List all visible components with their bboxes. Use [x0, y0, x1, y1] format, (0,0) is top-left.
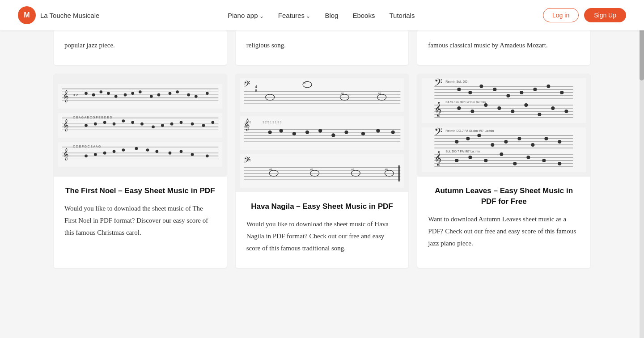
svg-point-126	[507, 94, 510, 97]
card-desc: Want to download Autumn Leaves sheet mus…	[428, 213, 580, 249]
nav-tutorials[interactable]: Tutorials	[389, 12, 415, 19]
svg-point-177	[558, 162, 562, 165]
svg-point-138	[458, 106, 461, 110]
sheet-svg-1c: 𝄞 C D E F G C B A A G	[58, 142, 222, 167]
svg-point-20	[187, 93, 190, 96]
svg-point-156	[478, 134, 481, 137]
sheet-svg-2b: ♩= 65 3 2 5 1 3 1 3 3 𝄞 mp	[240, 116, 404, 150]
svg-text:3: 3	[73, 93, 75, 97]
svg-point-13	[124, 93, 127, 96]
list-item[interactable]: religious song.	[236, 30, 409, 65]
svg-point-52	[94, 153, 97, 156]
svg-point-30	[85, 124, 88, 127]
svg-point-57	[146, 148, 149, 152]
svg-point-143	[525, 103, 528, 107]
svg-point-51	[85, 154, 88, 157]
svg-point-130	[560, 91, 564, 94]
svg-point-95	[361, 132, 364, 135]
svg-text:𝄢: 𝄢	[244, 155, 250, 166]
svg-point-129	[547, 84, 551, 88]
svg-point-31	[94, 122, 97, 125]
svg-point-176	[542, 159, 546, 162]
svg-point-96	[376, 129, 380, 132]
svg-point-175	[527, 156, 530, 159]
svg-text:𝄢: 𝄢	[244, 79, 250, 90]
svg-text:𝄞: 𝄞	[63, 90, 69, 102]
svg-point-158	[504, 140, 508, 144]
svg-point-89	[279, 129, 283, 132]
svg-point-19	[176, 90, 179, 93]
svg-text:3 2  5  1 3  1 3  3: 3 2 5 1 3 1 3 3	[263, 121, 282, 124]
svg-point-144	[538, 113, 542, 116]
card-desc: Would you like to download the sheet mus…	[246, 218, 398, 254]
nav-piano-app[interactable]: Piano app	[228, 12, 264, 19]
svg-point-145	[551, 106, 555, 110]
svg-point-125	[493, 88, 497, 91]
nav-features[interactable]: Features	[278, 12, 311, 19]
card-body: Autumn Leaves – Easy Sheet Music in PDF …	[417, 177, 590, 263]
svg-point-92	[318, 129, 322, 132]
svg-text:FA   Si.dim   Mi7   La:min  Re: FA Si.dim Mi7 La:min Re:min	[446, 101, 486, 104]
svg-text:#8: #8	[385, 168, 387, 171]
svg-text:#8: #8	[378, 92, 381, 95]
svg-point-128	[534, 88, 537, 91]
list-item[interactable]: popular jazz piece.	[54, 30, 227, 65]
svg-point-43	[211, 121, 214, 124]
svg-point-58	[155, 150, 158, 153]
card-desc: famous classical music by Amadeus Mozart…	[428, 39, 580, 51]
svg-text:bo: bo	[303, 81, 305, 84]
logo-text: La Touche Musicale	[40, 12, 99, 19]
scrollbar[interactable]	[640, 0, 644, 295]
svg-point-59	[169, 151, 172, 154]
svg-point-90	[292, 132, 296, 135]
svg-point-159	[518, 137, 521, 140]
scrollbar-thumb[interactable]	[640, 27, 644, 80]
navbar: M La Touche Musicale Piano app Features …	[0, 0, 644, 30]
svg-text:8: 8	[255, 89, 257, 93]
svg-point-139	[471, 110, 475, 113]
svg-text:mp: mp	[244, 125, 248, 129]
logo-icon: M	[18, 6, 36, 24]
svg-point-97	[391, 131, 394, 134]
svg-point-162	[558, 140, 562, 144]
card-title: Hava Nagila – Easy Sheet Music in PDF	[246, 201, 398, 212]
svg-text:C D E F G  C B A  A G: C D E F G C B A A G	[73, 145, 101, 148]
list-item[interactable]: p 𝄢 4 8 bo #8 #8	[236, 74, 409, 268]
svg-point-53	[103, 151, 106, 154]
svg-text:#8: #8	[351, 168, 354, 171]
card-body: Hava Nagila – Easy Sheet Music in PDF Wo…	[236, 192, 409, 268]
svg-point-18	[169, 92, 172, 95]
svg-point-88	[268, 131, 271, 134]
svg-point-94	[344, 131, 348, 134]
list-item[interactable]: 𝄞 3 2	[54, 74, 227, 268]
nav-actions: Log in Sign Up	[543, 8, 626, 22]
login-button[interactable]: Log in	[543, 8, 579, 22]
svg-point-34	[122, 119, 125, 123]
card-desc: Would you like to download the sheet mus…	[64, 203, 216, 239]
svg-point-55	[122, 148, 125, 152]
svg-point-123	[469, 91, 472, 94]
svg-point-154	[455, 140, 459, 144]
svg-text:𝄞: 𝄞	[435, 151, 442, 166]
svg-point-173	[500, 152, 504, 156]
top-partial-row: popular jazz piece. religious song. famo…	[54, 30, 590, 65]
svg-point-11	[107, 92, 110, 95]
svg-point-170	[455, 159, 459, 162]
nav-ebooks[interactable]: Ebooks	[352, 12, 375, 19]
svg-text:Re:min   Sol.   DO: Re:min Sol. DO	[446, 80, 468, 83]
svg-text:Sol.   DO.7   FA   Mi7   La:mi: Sol. DO.7 FA Mi7 La:min	[446, 150, 480, 153]
list-item[interactable]: famous classical music by Amadeus Mozart…	[417, 30, 590, 65]
nav-blog[interactable]: Blog	[325, 12, 338, 19]
svg-point-60	[180, 150, 183, 153]
card-title: The First Noel – Easy Sheet Music in PDF	[64, 186, 216, 196]
svg-point-61	[191, 153, 194, 156]
signup-button[interactable]: Sign Up	[584, 8, 626, 22]
list-item[interactable]: 𝄢 Re:min Sol. DO	[417, 74, 590, 268]
svg-text:C B A G A B C G F E  E D  E D: C B A G A B C G F E E D E D	[73, 116, 112, 119]
logo-link[interactable]: M La Touche Musicale	[18, 6, 99, 24]
svg-point-174	[513, 162, 517, 165]
svg-point-157	[491, 143, 495, 147]
svg-text:𝄞: 𝄞	[63, 119, 69, 131]
svg-text:𝄞: 𝄞	[435, 101, 442, 117]
cards-grid: 𝄞 3 2	[54, 74, 590, 268]
